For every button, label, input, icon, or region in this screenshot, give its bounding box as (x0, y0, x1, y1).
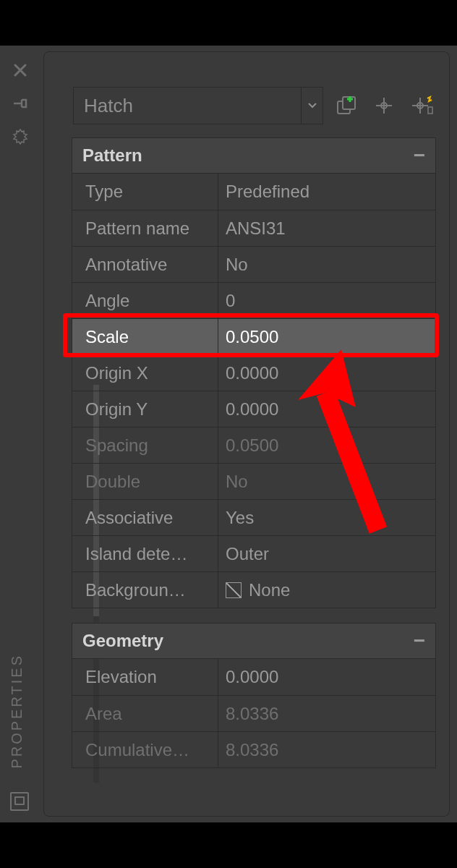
prop-row-double: Double No (72, 463, 435, 499)
prop-label: Spacing (72, 427, 218, 463)
prop-value: Predefined (218, 174, 435, 210)
prop-row-island-detection[interactable]: Island dete… Outer (72, 535, 435, 571)
prop-row-pattern-name[interactable]: Pattern name ANSI31 (72, 210, 435, 246)
section-title: Pattern (82, 145, 142, 166)
prop-value: None (218, 572, 435, 608)
prop-value: 0.0500 (218, 427, 435, 463)
object-type-value: Hatch (84, 95, 133, 117)
palette-anchor-icon[interactable] (10, 792, 29, 811)
quick-select-button[interactable] (332, 91, 361, 120)
section-header-pattern[interactable]: Pattern − (72, 137, 436, 174)
prop-label: Elevation (72, 659, 218, 695)
section-title: Geometry (82, 631, 163, 651)
object-type-row: Hatch (73, 85, 436, 126)
prop-value: Outer (218, 536, 435, 571)
prop-row-type[interactable]: Type Predefined (72, 174, 435, 210)
prop-value: No (218, 247, 435, 282)
palette-title: PROPERTIES (9, 654, 25, 769)
prop-value: 0.0000 (218, 659, 435, 695)
prop-label: Backgroun… (72, 572, 218, 608)
prop-label: Double (72, 464, 218, 499)
close-icon[interactable] (12, 61, 29, 79)
prop-label: Associative (72, 500, 218, 535)
prop-value: 0.0000 (218, 391, 435, 427)
prop-value: ANSI31 (218, 210, 435, 246)
prop-label: Scale (72, 319, 218, 354)
pin-icon[interactable] (12, 95, 29, 112)
prop-label: Island dete… (72, 536, 218, 571)
prop-row-elevation[interactable]: Elevation 0.0000 (72, 659, 435, 695)
select-objects-button[interactable] (370, 91, 398, 120)
prop-value-text: None (249, 580, 290, 600)
prop-row-annotative[interactable]: Annotative No (72, 246, 435, 282)
prop-row-origin-x[interactable]: Origin X 0.0000 (72, 354, 435, 391)
prop-value[interactable]: 0.0500 (218, 319, 435, 354)
svg-rect-4 (428, 107, 432, 114)
section-header-geometry[interactable]: Geometry − (72, 623, 436, 659)
chevron-down-icon (301, 88, 323, 124)
prop-value: 0.0000 (218, 355, 435, 391)
quick-calc-button[interactable] (407, 91, 436, 120)
geometry-rows: Elevation 0.0000 Area 8.0336 Cumulative…… (72, 659, 436, 768)
settings-gear-icon[interactable] (12, 128, 29, 145)
prop-row-area: Area 8.0336 (72, 695, 435, 731)
none-swatch-icon (226, 582, 242, 598)
collapse-icon: − (414, 631, 425, 651)
collapse-icon: − (414, 145, 425, 166)
prop-label: Area (72, 696, 218, 731)
prop-row-background[interactable]: Backgroun… None (72, 571, 435, 608)
prop-label: Type (72, 174, 218, 210)
prop-row-spacing: Spacing 0.0500 (72, 427, 435, 463)
prop-label: Pattern name (72, 210, 218, 246)
prop-value: No (218, 464, 435, 499)
prop-label: Cumulative… (72, 732, 218, 767)
pattern-rows: Type Predefined Pattern name ANSI31 Anno… (72, 174, 436, 608)
prop-row-cumulative-area: Cumulative… 8.0336 (72, 731, 435, 767)
prop-label: Origin Y (72, 391, 218, 427)
prop-label: Angle (72, 283, 218, 318)
properties-palette: PROPERTIES Hatch (0, 46, 457, 822)
properties-panel-body: Hatch (43, 51, 450, 817)
prop-row-origin-y[interactable]: Origin Y 0.0000 (72, 391, 435, 427)
property-sections: Pattern − Type Predefined Pattern name A… (72, 137, 436, 809)
prop-value: 8.0336 (218, 696, 435, 731)
object-type-dropdown[interactable]: Hatch (73, 87, 323, 124)
prop-value: 8.0336 (218, 732, 435, 767)
prop-label: Annotative (72, 247, 218, 282)
prop-row-scale[interactable]: Scale 0.0500 (72, 318, 435, 354)
prop-label: Origin X (72, 355, 218, 391)
prop-value: 0 (218, 283, 435, 318)
prop-value: Yes (218, 500, 435, 535)
prop-row-angle[interactable]: Angle 0 (72, 282, 435, 318)
prop-row-associative[interactable]: Associative Yes (72, 499, 435, 535)
